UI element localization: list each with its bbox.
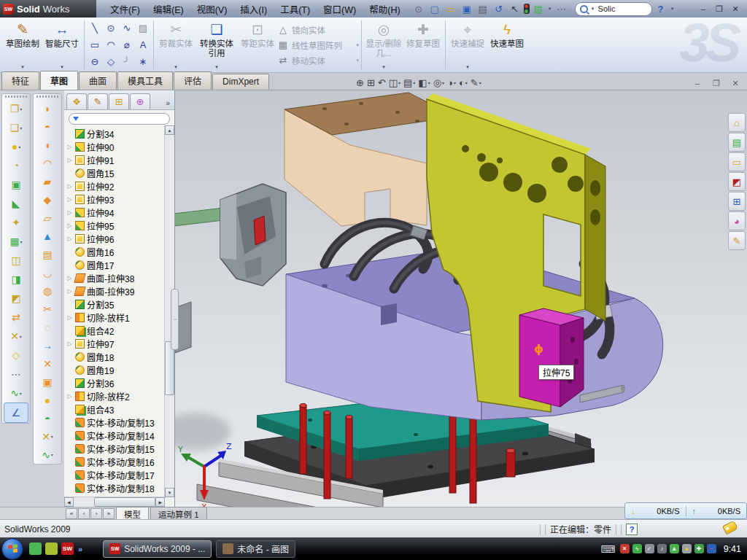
scroll-right-icon[interactable]: ▶ bbox=[155, 497, 165, 507]
expand-arrow-icon[interactable]: ▷ bbox=[66, 196, 73, 203]
options-dropdown-icon[interactable]: ▾ bbox=[547, 6, 553, 12]
dropdown-arrow-icon[interactable]: ▾ bbox=[479, 80, 481, 85]
dropdown-arrow-icon[interactable]: ▾ bbox=[465, 80, 468, 85]
replace-face-icon[interactable]: ▣ ▾ bbox=[34, 373, 61, 391]
dropdown-arrow-icon[interactable]: ▾ bbox=[21, 64, 24, 70]
dropdown-arrow-icon[interactable]: ▾ bbox=[61, 64, 63, 70]
dropdown-arrow-icon[interactable]: ▾ bbox=[442, 80, 444, 85]
dropdown-arrow-icon[interactable]: ▾ bbox=[356, 58, 359, 63]
draft-icon[interactable]: ◣ ▾ bbox=[2, 194, 30, 213]
revolved-cut-icon[interactable]: ◔ ▾ bbox=[2, 156, 30, 175]
fillet-icon[interactable]: ● ▾ bbox=[2, 137, 30, 156]
tree-item[interactable]: ▷ 拉伸97 bbox=[64, 337, 165, 350]
green-shield-icon[interactable]: ϟ bbox=[632, 544, 642, 553]
dropdown-arrow-icon[interactable]: ▾ bbox=[356, 42, 359, 48]
tree-item[interactable]: ▷ 拉伸95 bbox=[64, 219, 165, 232]
offset-entities-button[interactable]: ⊡ 等距实体 ▾ bbox=[238, 18, 277, 72]
search-input[interactable]: Solic bbox=[598, 4, 616, 13]
delete-body-icon[interactable]: ✕ ▾ bbox=[2, 327, 30, 346]
expand-arrow-icon[interactable]: ▷ bbox=[66, 341, 73, 347]
polygon-icon[interactable]: ◇ bbox=[103, 53, 119, 70]
tree-item[interactable]: ▷ 拉伸90 bbox=[64, 140, 165, 153]
configurationmanager-tab[interactable]: ⊞ bbox=[109, 93, 129, 109]
combine-bodies-icon[interactable]: ◫ ▾ bbox=[2, 251, 30, 270]
undo-icon[interactable]: ↺ bbox=[492, 2, 506, 15]
boundary-surface-icon[interactable]: ▰ ▾ bbox=[34, 172, 61, 190]
filled-surface-icon[interactable]: ◆ ▾ bbox=[34, 190, 61, 209]
tree-item[interactable]: ▷ 切除-放样1 bbox=[64, 311, 165, 324]
doc-minimize-button[interactable]: – bbox=[692, 79, 703, 88]
tree-filter-input[interactable] bbox=[69, 113, 170, 125]
ribbon-tab[interactable]: 评估 bbox=[174, 71, 212, 90]
revolved-surface-icon[interactable]: ◓ ▾ bbox=[34, 117, 61, 136]
extruded-surface-icon[interactable]: ◖ ▾ bbox=[34, 136, 61, 154]
apply-scene-icon[interactable]: ◐ ▾ bbox=[459, 77, 468, 88]
simplify-icon[interactable]: ◇ ▾ bbox=[2, 346, 30, 365]
pin-icon[interactable]: ⊙ bbox=[411, 2, 426, 15]
dropdown-arrow-icon[interactable]: ▾ bbox=[413, 80, 415, 85]
ribbon-tab[interactable]: DimXpert bbox=[212, 74, 269, 90]
move-entities-item[interactable]: ⇄ 移动实体 ▾ bbox=[277, 52, 359, 68]
ime-keyboard-icon[interactable]: ⌨ bbox=[600, 543, 615, 555]
section-view-icon[interactable]: ◫ ▾ bbox=[389, 77, 400, 88]
extend-surface-icon[interactable]: → ▾ bbox=[34, 336, 61, 354]
tree-item[interactable]: ▷ 切除-放样2 bbox=[64, 389, 165, 402]
circle-icon[interactable]: ⊙ bbox=[103, 20, 119, 36]
delete-body2-icon[interactable]: ✕ ▾ bbox=[34, 427, 61, 446]
line-icon[interactable]: ╲ bbox=[87, 20, 103, 36]
view-orientation-icon[interactable]: ▤ ▾ bbox=[403, 77, 415, 88]
dimxpertmanager-tab[interactable]: ⊕ bbox=[130, 93, 150, 109]
scroll-down-icon[interactable]: ▼ bbox=[165, 488, 174, 497]
last-doc-button[interactable]: » bbox=[103, 508, 115, 519]
display-delete-relations-button[interactable]: ◎ 显示/删除几... ▾ bbox=[364, 18, 403, 72]
view-settings-icon[interactable]: ✎ ▾ bbox=[471, 77, 481, 88]
tree-item[interactable]: ▷ 实体-移动/复制14 bbox=[64, 429, 165, 442]
view-palette-icon[interactable]: ⊞ bbox=[728, 192, 746, 211]
messenger-icon[interactable] bbox=[29, 542, 42, 555]
rectangle-icon[interactable]: ▭ bbox=[87, 36, 103, 53]
expand-arrow-icon[interactable]: ▷ bbox=[66, 314, 73, 321]
expand-arrow-icon[interactable]: ▷ bbox=[66, 157, 73, 163]
tree-item[interactable]: ▷ 圆角15 bbox=[64, 166, 165, 179]
ribbon-tab[interactable]: 曲面 bbox=[79, 71, 117, 90]
curve-icon[interactable]: ∿ ▾ bbox=[2, 384, 30, 402]
expand-arrow-icon[interactable]: ▷ bbox=[66, 144, 73, 150]
tree-item[interactable]: ▷ 实体-移动/复制18 bbox=[64, 481, 165, 494]
move-copy-body-icon[interactable]: ⇄ ▾ bbox=[2, 308, 30, 327]
graphics-viewport[interactable]: ϕ Y Z X bbox=[175, 90, 747, 507]
close-button[interactable]: ✕ bbox=[729, 4, 741, 14]
select-region-icon[interactable]: ▨ bbox=[135, 20, 151, 36]
tree-item[interactable]: ▷ 实体-移动/复制16 bbox=[64, 455, 165, 468]
menu-item[interactable]: 窗口(W) bbox=[317, 0, 363, 19]
search-dropdown-icon[interactable]: ▾ bbox=[590, 6, 596, 12]
taskbar-button[interactable]: 未命名 - 画图 bbox=[216, 540, 295, 558]
toolbox-icon[interactable]: ◩ bbox=[728, 172, 746, 191]
repair-sketch-button[interactable]: ✚ 修复草图 bbox=[403, 18, 443, 72]
hide-show-items-icon[interactable]: ◎ ▾ bbox=[433, 77, 444, 88]
intersect-icon[interactable]: ◩ ▾ bbox=[2, 289, 30, 308]
tree-item[interactable]: ▷ 圆角16 bbox=[64, 245, 165, 258]
tree-item[interactable]: ▷ 拉伸91 bbox=[64, 153, 165, 166]
tree-item[interactable]: ▷ 组合42 bbox=[64, 324, 165, 337]
dropdown-arrow-icon[interactable]: ▾ bbox=[51, 452, 53, 457]
menu-item[interactable]: 视图(V) bbox=[190, 0, 234, 19]
solidworks-launcher-icon[interactable]: SW bbox=[61, 542, 74, 555]
quick-snaps-button[interactable]: ⌖ 快速捕捉 ▾ bbox=[448, 18, 487, 72]
dropdown-arrow-icon[interactable]: ▾ bbox=[20, 391, 22, 396]
vpn-green-icon[interactable]: ▲ bbox=[670, 544, 679, 553]
menu-item[interactable]: 插入(I) bbox=[233, 0, 274, 19]
selection-filter-icon[interactable]: ⋯ bbox=[554, 2, 569, 15]
tree-item[interactable]: ▷ 实体-移动/复制13 bbox=[64, 416, 165, 429]
network-warning-icon[interactable]: ▲ bbox=[682, 544, 692, 553]
hole-wizard-icon[interactable]: ✦ ▾ bbox=[2, 213, 30, 232]
menu-item[interactable]: 编辑(E) bbox=[147, 0, 190, 19]
expand-arrow-icon[interactable]: ▷ bbox=[66, 393, 73, 400]
slot-icon[interactable]: ⊖ bbox=[87, 53, 103, 70]
taskbar-button[interactable]: SW SolidWorks 2009 - ... bbox=[103, 540, 212, 558]
sketch-fillet-icon[interactable]: ╯ bbox=[119, 53, 135, 70]
tree-item[interactable]: ▷ 实体-移动/复制17 bbox=[64, 468, 165, 481]
dropdown-arrow-icon[interactable]: ▾ bbox=[454, 80, 456, 85]
measure-icon[interactable]: ∠ ▾ bbox=[4, 402, 28, 423]
tree-item[interactable]: ▷ 圆角18 bbox=[64, 350, 165, 363]
prev-doc-button[interactable]: ‹ bbox=[78, 508, 90, 519]
